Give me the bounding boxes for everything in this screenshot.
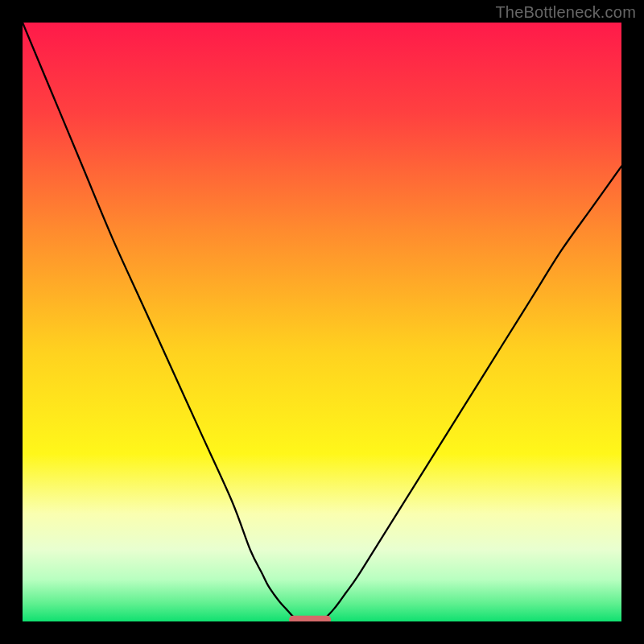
gradient-background xyxy=(23,23,621,621)
minimum-marker xyxy=(289,616,331,621)
bottleneck-chart xyxy=(23,23,621,621)
chart-frame: TheBottleneck.com xyxy=(0,0,644,644)
watermark-text: TheBottleneck.com xyxy=(495,3,636,22)
